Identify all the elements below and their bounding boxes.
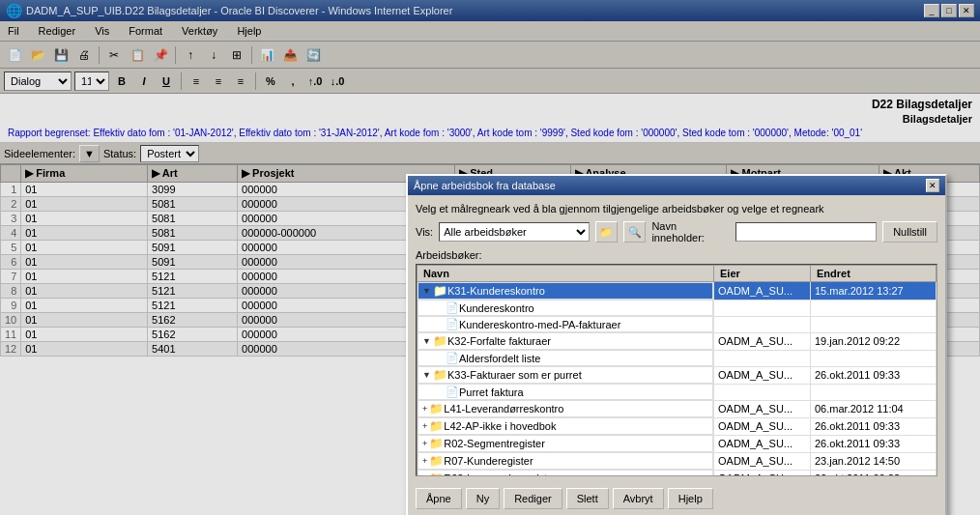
wb-item-owner — [714, 300, 811, 316]
wb-doc-icon: 📄 — [446, 318, 459, 330]
wb-folder-icon: 📁 — [429, 454, 444, 468]
nullstill-button[interactable]: Nullstill — [882, 221, 937, 243]
wb-item-name[interactable]: ▼ 📁 K32-Forfalte fakturaer — [418, 332, 713, 350]
wb-item-modified — [811, 384, 937, 400]
slett-button[interactable]: Slett — [566, 488, 609, 509]
dialog-body: Velg et målregneark ved å bla gjennom ti… — [408, 195, 945, 484]
vis-select[interactable]: Alle arbeidsbøker — [439, 222, 590, 242]
wb-item-name[interactable]: 📄 Aldersfordelt liste — [418, 350, 713, 366]
wb-list-item[interactable]: + 📁 R08-LeverandørregisterOADM_A_SU...26… — [418, 470, 937, 476]
dialog-close-button[interactable]: ✕ — [926, 179, 939, 192]
wb-item-name-text: Purret faktura — [459, 386, 524, 398]
wb-col-navn[interactable]: Navn — [418, 266, 714, 282]
workbooks-label: Arbeidsbøker: — [416, 249, 937, 261]
wb-list-item[interactable]: + 📁 R02-SegmentregisterOADM_A_SU...26.ok… — [418, 435, 937, 452]
wb-item-owner: OADM_A_SU... — [714, 470, 811, 476]
wb-expand-icon[interactable]: + — [422, 456, 427, 466]
wb-expand-icon[interactable]: ▼ — [422, 286, 431, 296]
wb-item-name[interactable]: 📄 Kundereskontro-med-PA-fakturaer — [418, 316, 713, 332]
wb-expand-icon[interactable]: + — [422, 421, 427, 431]
wb-item-owner — [714, 316, 811, 332]
wb-item-name[interactable]: + 📁 R02-Segmentregister — [418, 435, 713, 452]
wb-item-owner: OADM_A_SU... — [714, 282, 811, 300]
folder-browse-button[interactable]: 📁 — [595, 221, 618, 243]
wb-folder-icon: 📁 — [433, 368, 447, 382]
dialog-title-bar: Åpne arbeidsbok fra database ✕ — [408, 176, 945, 195]
wb-list-item[interactable]: ▼ 📁 K33-Fakturaer som er purretOADM_A_SU… — [418, 366, 937, 384]
dialog-title-text: Åpne arbeidsbok fra database — [414, 180, 556, 191]
wb-expand-icon[interactable]: ▼ — [422, 370, 431, 380]
wb-list-item[interactable]: 📄 Aldersfordelt liste — [418, 350, 937, 366]
wb-list-item[interactable]: 📄 Purret faktura — [418, 384, 937, 400]
wb-item-modified: 26.okt.2011 09:33 — [811, 417, 937, 435]
wb-item-name-text: R07-Kunderegister — [444, 455, 533, 467]
wb-expand-icon[interactable]: + — [422, 473, 427, 476]
wb-expand-icon[interactable]: + — [422, 404, 427, 414]
wb-item-owner: OADM_A_SU... — [714, 452, 811, 470]
workbooks-table: Navn Eier Endret ▼ 📁 K31-KundereskontroO… — [417, 265, 937, 476]
wb-doc-icon: 📄 — [446, 386, 459, 398]
wb-list-item[interactable]: ▼ 📁 K31-KundereskontroOADM_A_SU...15.mar… — [418, 282, 937, 300]
wb-item-modified: 26.okt.2011 09:33 — [811, 366, 937, 384]
wb-folder-icon: 📁 — [429, 472, 444, 476]
hjelp-button[interactable]: Hjelp — [668, 488, 713, 509]
wb-item-owner: OADM_A_SU... — [714, 332, 811, 350]
wb-doc-icon: 📄 — [446, 352, 459, 364]
wb-item-owner: OADM_A_SU... — [714, 400, 811, 417]
avbryt-button[interactable]: Avbryt — [613, 488, 664, 509]
wb-item-name-text: Aldersfordelt liste — [459, 353, 540, 364]
wb-item-modified: 23.jan.2012 14:50 — [811, 452, 937, 470]
wb-item-name[interactable]: + 📁 R08-Leverandørregister — [418, 470, 713, 476]
wb-item-modified: 19.jan.2012 09:22 — [811, 332, 937, 350]
wb-expand-icon[interactable]: + — [422, 439, 427, 448]
wb-item-name[interactable]: ▼ 📁 K33-Fakturaer som er purret — [418, 366, 713, 384]
wb-list-item[interactable]: 📄 Kundereskontro-med-PA-fakturaer — [418, 316, 937, 332]
wb-item-name-text: L41-Leverandørreskontro — [444, 403, 563, 415]
wb-header-row: Navn Eier Endret — [418, 266, 937, 282]
wb-item-name[interactable]: + 📁 L41-Leverandørreskontro — [418, 400, 713, 417]
wb-item-modified — [811, 350, 937, 366]
wb-expand-icon[interactable]: ▼ — [422, 336, 431, 346]
wb-item-name[interactable]: + 📁 L42-AP-ikke i hovedbok — [418, 417, 713, 435]
name-contains-label: Navn inneholder: — [651, 220, 730, 243]
open-workbook-dialog: Åpne arbeidsbok fra database ✕ Velg et m… — [406, 174, 947, 515]
wb-item-modified — [811, 300, 937, 316]
wb-item-name-text: R08-Leverandørregister — [444, 472, 557, 476]
dialog-vis-row: Vis: Alle arbeidsbøker 📁 🔍 Navn innehold… — [416, 220, 937, 243]
wb-folder-icon: 📁 — [433, 334, 447, 348]
wb-item-name-text: K33-Fakturaer som er purret — [447, 369, 582, 381]
wb-folder-icon: 📁 — [429, 437, 444, 450]
wb-list-item[interactable]: + 📁 R07-KunderegisterOADM_A_SU...23.jan.… — [418, 452, 937, 470]
wb-item-owner: OADM_A_SU... — [714, 435, 811, 452]
wb-item-owner: OADM_A_SU... — [714, 366, 811, 384]
wb-item-name-text: Kundereskontro — [459, 302, 534, 314]
wb-item-name[interactable]: 📄 Purret faktura — [418, 384, 713, 400]
wb-list-item[interactable]: + 📁 L41-LeverandørreskontroOADM_A_SU...0… — [418, 400, 937, 417]
åpne-button[interactable]: Åpne — [416, 488, 462, 509]
wb-item-name-text: R02-Segmentregister — [444, 438, 545, 449]
ny-button[interactable]: Ny — [466, 488, 500, 509]
dialog-instruction: Velg et målregneark ved å bla gjennom ti… — [416, 203, 937, 215]
vis-label: Vis: — [416, 226, 433, 238]
wb-item-modified: 06.mar.2012 11:04 — [811, 400, 937, 417]
wb-list-item[interactable]: 📄 Kundereskontro — [418, 300, 937, 316]
wb-item-name[interactable]: + 📁 R07-Kunderegister — [418, 452, 713, 470]
dialog-buttons: ÅpneNyRedigerSlettAvbrytHjelp — [408, 484, 945, 515]
wb-item-name-text: L42-AP-ikke i hovedbok — [444, 420, 556, 432]
wb-item-name[interactable]: 📄 Kundereskontro — [418, 300, 713, 316]
wb-col-eier[interactable]: Eier — [714, 266, 811, 282]
rediger-button[interactable]: Rediger — [504, 488, 562, 509]
wb-item-modified: 26.okt.2011 09:33 — [811, 435, 937, 452]
wb-list-item[interactable]: ▼ 📁 K32-Forfalte fakturaerOADM_A_SU...19… — [418, 332, 937, 350]
wb-item-name-text: Kundereskontro-med-PA-fakturaer — [459, 319, 620, 330]
wb-item-owner — [714, 350, 811, 366]
name-contains-input[interactable] — [735, 222, 877, 242]
wb-folder-icon: 📁 — [429, 402, 444, 415]
wb-folder-icon: 📁 — [429, 419, 444, 433]
search-button[interactable]: 🔍 — [623, 221, 646, 243]
wb-item-name[interactable]: ▼ 📁 K31-Kundereskontro — [418, 282, 713, 300]
wb-col-endret[interactable]: Endret — [811, 266, 937, 282]
wb-list-item[interactable]: + 📁 L42-AP-ikke i hovedbokOADM_A_SU...26… — [418, 417, 937, 435]
wb-item-owner: OADM_A_SU... — [714, 417, 811, 435]
workbooks-scroll[interactable]: Navn Eier Endret ▼ 📁 K31-KundereskontroO… — [416, 264, 937, 476]
